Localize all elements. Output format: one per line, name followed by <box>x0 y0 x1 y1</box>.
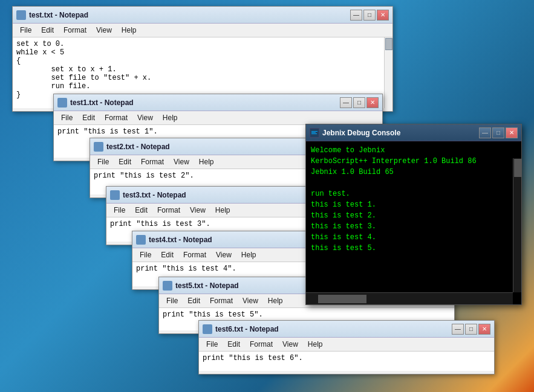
notepad-icon <box>94 142 103 152</box>
title-text-test1: test1.txt - Notepad <box>70 98 340 107</box>
console-scrollbar-v[interactable] <box>513 158 521 292</box>
console-window-controls: — □ ✕ <box>479 127 518 138</box>
notepad-icon <box>163 281 172 291</box>
window-controls: — □ ✕ <box>340 97 379 108</box>
console-line-blank <box>311 178 510 188</box>
menu-file[interactable]: File <box>93 156 114 167</box>
title-text-test: test.txt - Notepad <box>29 11 350 19</box>
menu-file[interactable]: File <box>109 205 130 216</box>
close-button[interactable]: ✕ <box>377 10 389 21</box>
window-controls: — □ ✕ <box>452 324 490 335</box>
menu-file[interactable]: File <box>161 295 183 306</box>
menu-view[interactable]: View <box>211 249 236 260</box>
console-line-welcome3: Jebnix 1.0 Build 65 <box>311 167 510 178</box>
console-output-1: this is test 1. <box>311 199 510 210</box>
menu-view[interactable]: View <box>169 156 194 167</box>
console-close-button[interactable]: ✕ <box>506 127 518 138</box>
console-output-3: this is test 3. <box>311 221 510 232</box>
title-bar-test6: test6.txt - Notepad — □ ✕ <box>199 321 494 338</box>
menu-view[interactable]: View <box>238 295 263 306</box>
maximize-button[interactable]: □ <box>465 324 477 335</box>
maximize-button[interactable]: □ <box>363 10 376 21</box>
menu-help[interactable]: Help <box>263 295 288 306</box>
menu-file[interactable]: File <box>201 339 223 350</box>
console-title-bar: Jebnix Debug Console — □ ✕ <box>306 124 521 141</box>
title-bar-test1: test1.txt - Notepad — □ ✕ <box>54 94 382 111</box>
minimize-button[interactable]: — <box>452 324 464 335</box>
menu-format[interactable]: Format <box>178 249 211 260</box>
menu-view[interactable]: View <box>132 112 158 123</box>
minimize-button[interactable]: — <box>350 10 362 21</box>
menu-view[interactable]: View <box>278 339 303 350</box>
menu-help[interactable]: Help <box>303 339 328 350</box>
menu-edit[interactable]: Edit <box>223 339 245 350</box>
scrollbar-test[interactable] <box>384 37 392 108</box>
menu-edit[interactable]: Edit <box>114 156 136 167</box>
menu-view[interactable]: View <box>185 205 210 216</box>
console-scrollbar-h[interactable] <box>306 292 513 304</box>
console-scroll-thumb-h[interactable] <box>318 295 366 303</box>
console-output: Welcome to Jebnix KerboScript++ Interpre… <box>306 141 521 292</box>
menu-format[interactable]: Format <box>205 295 238 306</box>
menu-file[interactable]: File <box>56 112 77 123</box>
menu-file[interactable]: File <box>135 249 156 260</box>
menu-edit[interactable]: Edit <box>36 25 59 36</box>
notepad-icon <box>110 190 120 200</box>
menu-edit[interactable]: Edit <box>130 205 152 216</box>
menu-format[interactable]: Format <box>152 205 185 216</box>
menu-view[interactable]: View <box>91 25 117 36</box>
scroll-thumb-test[interactable] <box>385 38 392 50</box>
menu-edit[interactable]: Edit <box>183 295 205 306</box>
editor-test6[interactable]: print "this is test 6". <box>199 352 494 371</box>
svg-rect-3 <box>311 133 317 134</box>
close-button[interactable]: ✕ <box>478 324 490 335</box>
console-output-4: this is test 4. <box>311 232 510 243</box>
menu-bar-test: File Edit Format View Help <box>13 24 392 37</box>
notepad-icon <box>57 98 67 108</box>
svg-rect-2 <box>311 132 316 133</box>
menu-file[interactable]: File <box>15 25 36 36</box>
console-icon <box>310 128 319 138</box>
console-line-welcome2: KerboScript++ Interpreter 1.0 Build 86 <box>311 156 510 167</box>
console-output-5: this is test 5. <box>311 243 510 254</box>
svg-rect-1 <box>311 131 317 132</box>
close-button[interactable]: ✕ <box>366 97 379 108</box>
menu-help[interactable]: Help <box>236 249 261 260</box>
menu-bar-test6: File Edit Format View Help <box>199 338 494 352</box>
debug-console-window[interactable]: Jebnix Debug Console — □ ✕ Welcome to Je… <box>305 124 522 305</box>
notepad-test6-txt[interactable]: test6.txt - Notepad — □ ✕ File Edit Form… <box>198 320 495 374</box>
window-controls: — □ ✕ <box>350 10 389 21</box>
menu-help[interactable]: Help <box>158 112 183 123</box>
menu-edit[interactable]: Edit <box>156 249 178 260</box>
notepad-icon <box>136 235 146 245</box>
menu-help[interactable]: Help <box>194 156 219 167</box>
console-minimize-button[interactable]: — <box>479 127 491 138</box>
menu-format[interactable]: Format <box>245 339 278 350</box>
menu-format[interactable]: Format <box>136 156 169 167</box>
menu-help[interactable]: Help <box>117 25 142 36</box>
maximize-button[interactable]: □ <box>353 97 365 108</box>
menu-format[interactable]: Format <box>59 25 91 36</box>
menu-edit[interactable]: Edit <box>77 112 100 123</box>
console-line-welcome1: Welcome to Jebnix <box>311 145 510 156</box>
console-title-text: Jebnix Debug Console <box>322 129 479 137</box>
title-text-test6: test6.txt - Notepad <box>215 325 452 333</box>
minimize-button[interactable]: — <box>340 97 352 108</box>
menu-help[interactable]: Help <box>210 205 235 216</box>
title-bar-test: test.txt - Notepad — □ ✕ <box>13 7 392 24</box>
menu-bar-test1: File Edit Format View Help <box>54 111 382 125</box>
console-output-2: this is test 2. <box>311 210 510 221</box>
notepad-icon <box>16 10 26 20</box>
console-maximize-button[interactable]: □ <box>492 127 504 138</box>
console-line-run: run test. <box>311 188 510 199</box>
menu-format[interactable]: Format <box>100 112 132 123</box>
notepad-icon <box>203 324 212 334</box>
console-scroll-thumb-v[interactable] <box>514 159 521 177</box>
